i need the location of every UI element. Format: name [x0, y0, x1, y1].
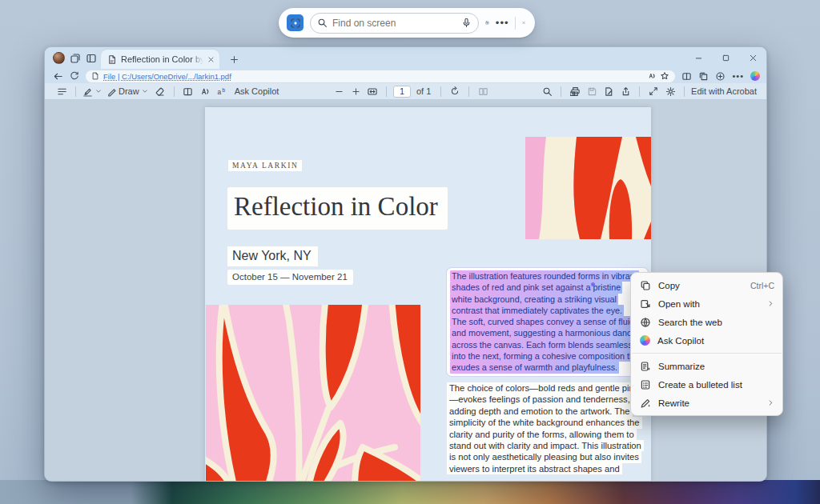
browser-window: Reflection in Color by Maya Larkin File …: [44, 46, 767, 482]
text-line: adding depth and emotion to the artwork.…: [447, 406, 633, 417]
fit-width-icon: [367, 86, 378, 97]
extensions-icon[interactable]: [715, 71, 726, 82]
tab-close-icon[interactable]: [207, 56, 215, 63]
address-bar-row: File | C:/Users/OneDrive/.../larkin1.pdf…: [45, 69, 766, 83]
search-document-button[interactable]: [540, 84, 554, 98]
back-icon[interactable]: [53, 71, 63, 82]
translate-button[interactable]: ab: [215, 84, 229, 98]
window-close-button[interactable]: [739, 47, 766, 69]
selection-handle[interactable]: [591, 282, 595, 286]
body-paragraph: The choice of colors—bold reds and gentl…: [447, 382, 645, 474]
menu-item-summarize[interactable]: Summarize: [631, 357, 782, 375]
page-number-input[interactable]: [393, 86, 411, 98]
copilot-icon[interactable]: [750, 71, 760, 81]
divider: [75, 86, 76, 97]
menu-divider: [632, 353, 782, 354]
find-search-field[interactable]: [310, 13, 479, 34]
menu-item-label: Copy: [658, 281, 743, 290]
fullscreen-button[interactable]: [646, 84, 661, 98]
maximize-button[interactable]: [712, 47, 739, 69]
page-view-button: [476, 84, 490, 98]
mic-icon[interactable]: [461, 18, 472, 28]
eraser-icon: [155, 86, 165, 97]
capture-icon[interactable]: [287, 14, 303, 31]
menu-item-open-with[interactable]: Open with: [631, 294, 782, 313]
fullscreen-icon: [649, 86, 658, 96]
page-layout-icon: [183, 86, 193, 97]
refresh-icon[interactable]: [70, 71, 79, 81]
text-line: simplicity of the white background enhan…: [447, 417, 642, 428]
read-aloud-button[interactable]: [198, 84, 212, 98]
pdf-file-icon: [107, 54, 117, 65]
rotate-button[interactable]: [448, 84, 462, 98]
menu-item-rewrite[interactable]: Rewrite: [631, 394, 782, 412]
vision-icon[interactable]: [485, 17, 489, 29]
tab-title: Reflection in Color by Maya Larkin: [121, 54, 203, 64]
rotate-icon: [450, 86, 460, 96]
close-icon[interactable]: [522, 18, 525, 28]
more-options-icon[interactable]: •••: [496, 19, 509, 27]
collections-icon[interactable]: [698, 71, 709, 82]
menu-item-label: Search the web: [658, 318, 774, 327]
address-bar[interactable]: File | C:/Users/OneDrive/.../larkin1.pdf: [86, 70, 675, 82]
chevron-right-icon: [767, 300, 774, 307]
edit-with-acrobat-button[interactable]: Edit with Acrobat: [691, 86, 757, 96]
text-line: clarity and purity of the forms, allowin…: [447, 429, 637, 440]
read-aloud-icon: [199, 86, 210, 97]
split-screen-icon[interactable]: [681, 71, 692, 82]
menu-item-bulleted-list[interactable]: Create a bulleted list: [631, 375, 782, 394]
text-line: shades of red and pink set against a pri…: [450, 282, 622, 293]
new-tab-button[interactable]: [226, 51, 242, 67]
gear-icon: [665, 86, 676, 97]
ask-copilot-button[interactable]: Ask Copilot: [231, 84, 283, 98]
workspaces-icon[interactable]: [70, 53, 81, 64]
search-input[interactable]: [332, 18, 456, 29]
vertical-tabs-icon[interactable]: [86, 53, 97, 64]
text-line: viewers to interpret its abstract shapes…: [447, 463, 622, 474]
globe-icon: [640, 317, 651, 328]
file-icon: [91, 72, 99, 80]
eraser-button[interactable]: [153, 84, 167, 98]
zoom-in-button[interactable]: [348, 84, 363, 98]
menu-item-label: Summarize: [658, 362, 774, 371]
save-button: [585, 84, 599, 98]
minimize-button[interactable]: [685, 47, 712, 69]
toc-button[interactable]: [54, 84, 69, 98]
text-line: The illustration features rounded forms …: [450, 270, 639, 282]
pen-icon: [107, 86, 117, 97]
fit-width-button[interactable]: [365, 84, 380, 98]
text-line: into the next, forming a cohesive compos…: [450, 350, 643, 362]
page-layout-button[interactable]: [181, 84, 195, 98]
highlighted-selection[interactable]: The illustration features rounded forms …: [447, 268, 648, 376]
toc-icon: [57, 86, 67, 97]
zoom-in-icon: [352, 87, 360, 96]
document-title: Reflection in Color: [227, 187, 448, 230]
pdf-settings-button[interactable]: [663, 84, 677, 98]
highlight-button[interactable]: [82, 84, 102, 98]
divider: [468, 86, 469, 97]
divider: [440, 86, 441, 97]
divider: [386, 86, 387, 97]
chevron-down-icon: [142, 88, 148, 94]
settings-more-icon[interactable]: •••: [732, 72, 744, 80]
favorites-star-icon[interactable]: [660, 71, 669, 81]
text-line: is not only aesthetically pleasing but a…: [447, 451, 641, 462]
text-line: exudes a sense of warmth and playfulness…: [450, 362, 619, 373]
divider: [174, 86, 175, 97]
menu-item-copy[interactable]: Copy Ctrl+C: [631, 276, 782, 294]
save-as-button[interactable]: [601, 84, 616, 98]
new-tab-icon: [230, 55, 239, 64]
draw-label: Draw: [119, 86, 139, 96]
share-button[interactable]: [618, 84, 633, 98]
summarize-icon: [640, 361, 651, 372]
zoom-out-button[interactable]: [332, 84, 346, 98]
draw-button[interactable]: Draw: [104, 84, 151, 98]
browser-tab[interactable]: Reflection in Color by Maya Larkin: [101, 50, 219, 69]
share-icon: [621, 86, 631, 97]
read-aloud-icon[interactable]: [646, 71, 656, 81]
profile-avatar[interactable]: [53, 52, 65, 64]
menu-item-ask-copilot[interactable]: Ask Copilot: [631, 331, 782, 350]
minimize-icon: [694, 54, 703, 62]
print-button[interactable]: [568, 84, 582, 98]
menu-item-search-web[interactable]: Search the web: [631, 313, 782, 331]
